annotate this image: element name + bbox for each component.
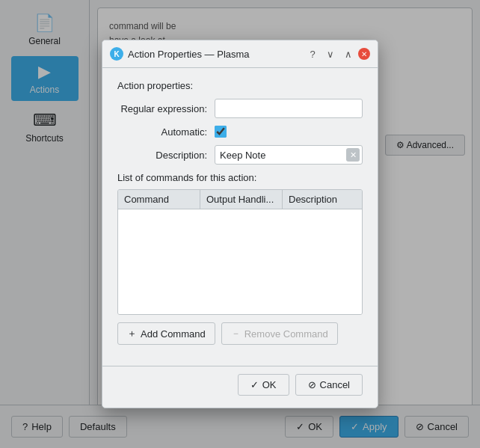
automatic-checkbox[interactable] — [215, 126, 227, 138]
ok-icon: ✓ — [250, 379, 259, 390]
commands-table-container: Command Output Handli... Description — [117, 189, 363, 315]
regular-expression-label: Regular expression: — [117, 103, 215, 114]
dialog-title: Action Properties — Plasma — [128, 49, 300, 60]
dialog-header-buttons: ? ∨ ∧ ✕ — [304, 46, 370, 62]
dialog-help-button[interactable]: ? — [304, 46, 321, 62]
automatic-label: Automatic: — [117, 126, 215, 138]
command-buttons: ＋ Add Command － Remove Command — [117, 322, 363, 345]
add-command-button[interactable]: ＋ Add Command — [117, 322, 215, 345]
table-body[interactable] — [118, 209, 362, 314]
column-command: Command — [118, 190, 200, 209]
remove-icon: － — [231, 327, 241, 340]
description-input[interactable] — [215, 145, 363, 165]
column-output-handling: Output Handli... — [200, 190, 283, 209]
description-row: Description: ✕ — [117, 145, 363, 165]
column-description: Description — [283, 190, 362, 209]
list-section-title: List of commands for this action: — [117, 172, 363, 183]
remove-command-button[interactable]: － Remove Command — [221, 322, 338, 345]
description-input-wrapper: ✕ — [215, 145, 363, 165]
cancel-icon: ⊘ — [308, 379, 316, 390]
description-label: Description: — [117, 150, 215, 161]
table-header: Command Output Handli... Description — [118, 190, 362, 209]
dialog-cancel-button[interactable]: ⊘ Cancel — [295, 374, 363, 396]
automatic-row: Automatic: — [117, 126, 363, 138]
regular-expression-input[interactable] — [215, 99, 363, 118]
dialog-app-icon: K — [110, 47, 123, 61]
description-clear-button[interactable]: ✕ — [346, 148, 360, 162]
action-properties-title: Action properties: — [117, 80, 363, 91]
dialog-ok-button[interactable]: ✓ OK — [238, 374, 289, 396]
dialog-minimize-button[interactable]: ∨ — [322, 46, 339, 62]
dialog-maximize-button[interactable]: ∧ — [340, 46, 357, 62]
dialog-close-button[interactable]: ✕ — [358, 48, 370, 60]
dialog-body: Action properties: Regular expression: A… — [102, 68, 378, 366]
add-icon: ＋ — [127, 327, 137, 340]
dialog-footer: ✓ OK ⊘ Cancel — [102, 366, 378, 408]
dialog-titlebar: K Action Properties — Plasma ? ∨ ∧ ✕ — [102, 40, 378, 68]
action-properties-dialog: K Action Properties — Plasma ? ∨ ∧ ✕ Act… — [102, 40, 378, 408]
regular-expression-row: Regular expression: — [117, 99, 363, 118]
automatic-checkbox-wrapper — [215, 126, 227, 138]
dialog-overlay: K Action Properties — Plasma ? ∨ ∧ ✕ Act… — [0, 0, 480, 448]
